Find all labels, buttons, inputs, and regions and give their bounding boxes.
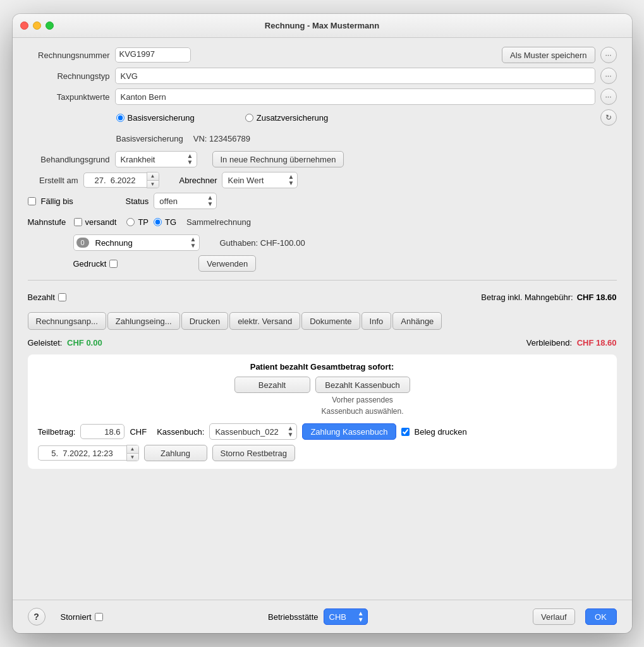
behandlungsgrund-row: Behandlungsgrund Krankheit ▲▼ In neue Re… bbox=[28, 151, 617, 167]
divider-1 bbox=[28, 280, 617, 281]
tp-label: TP bbox=[138, 217, 149, 227]
kassenbuch-label: Kassenbuch: bbox=[157, 427, 204, 437]
date-stepper-btns: ▲ ▼ bbox=[147, 172, 159, 188]
abrechner-select-wrap: Kein Wert ▲▼ bbox=[222, 172, 298, 188]
gedruckt-wrap[interactable]: Gedruckt bbox=[73, 259, 118, 269]
als-muster-speichern-button[interactable]: Als Muster speichern bbox=[502, 47, 595, 63]
tab-rechnungsanpassung[interactable]: Rechnungsanp... bbox=[28, 312, 106, 330]
abrechner-group: Abrechner Kein Wert ▲▼ bbox=[179, 172, 298, 188]
mahnstufe-label: Mahnstufe bbox=[28, 217, 69, 227]
rechnungstyp-select[interactable]: KVG bbox=[115, 68, 595, 84]
basisversicherung-label: Basisversicherung bbox=[128, 113, 195, 123]
erstellt-am-input[interactable] bbox=[83, 172, 147, 188]
tabs-row: Rechnungsanp... Zahlungseing... Drucken … bbox=[28, 312, 617, 330]
storniert-label: Storniert bbox=[61, 612, 92, 622]
close-button[interactable] bbox=[20, 21, 28, 30]
faellig-status-row: Fällig bis Status offen ▲▼ bbox=[28, 193, 617, 209]
tp-radio[interactable] bbox=[126, 218, 135, 226]
vorher-text-2: Kassenbuch auswählen. bbox=[321, 407, 403, 416]
kassenbuch-select[interactable]: Kassenbuch_022 bbox=[209, 423, 297, 440]
help-button[interactable]: ? bbox=[28, 608, 46, 626]
tg-radio-wrap[interactable]: TG bbox=[154, 217, 176, 227]
taxpunktwerte-select-wrap: Kanton Bern ▲▼ bbox=[115, 88, 595, 105]
zusatzversicherung-radio-wrap[interactable]: Zusatzversicherung bbox=[245, 113, 328, 123]
ok-button[interactable]: OK bbox=[585, 608, 617, 625]
status-select[interactable]: offen bbox=[154, 193, 217, 209]
taxpunktwerte-menu-icon[interactable]: ··· bbox=[600, 88, 617, 105]
taxpunktwerte-row: Taxpunktwerte Kanton Bern ▲▼ ··· bbox=[28, 88, 617, 105]
tab-dokumente[interactable]: Dokumente bbox=[301, 312, 360, 330]
rechnungsnummer-menu-icon[interactable]: ··· bbox=[600, 47, 617, 63]
zahlung-button[interactable]: Zahlung bbox=[144, 445, 207, 461]
bezahlt-checkbox[interactable] bbox=[58, 293, 66, 301]
rechnung-badge: 0 bbox=[76, 238, 89, 248]
in-neue-rechnung-button[interactable]: In neue Rechnung übernehmen bbox=[212, 151, 344, 167]
zahlung-kassenbuch-button[interactable]: Zahlung Kassenbuch bbox=[302, 423, 396, 440]
faellig-bis-checkbox[interactable] bbox=[28, 197, 36, 205]
versandt-checkbox[interactable] bbox=[74, 218, 82, 226]
abrechner-select[interactable]: Kein Wert bbox=[222, 172, 298, 188]
date-down-button[interactable]: ▼ bbox=[147, 181, 159, 188]
storniert-checkbox[interactable] bbox=[95, 613, 103, 621]
betriebsstaette-select[interactable]: CHB bbox=[324, 608, 368, 625]
teilbetrag-input[interactable] bbox=[80, 424, 125, 439]
datum-up-button[interactable]: ▲ bbox=[127, 445, 138, 454]
rechnung-label: Rechnung bbox=[93, 238, 185, 248]
minimize-button[interactable] bbox=[33, 21, 41, 30]
rechnungsnummer-label: Rechnungsnummer bbox=[28, 51, 110, 60]
geleistet-label: Geleistet: bbox=[28, 338, 63, 348]
tab-anhaenge[interactable]: Anhänge bbox=[392, 312, 442, 330]
window-title: Rechnung - Max Mustermann bbox=[265, 21, 379, 30]
rechnung-select-container: 0 Rechnung ▲▼ bbox=[73, 234, 200, 251]
storniert-wrap[interactable]: Storniert bbox=[61, 612, 103, 622]
beleg-drucken-checkbox[interactable] bbox=[401, 428, 410, 436]
basisversicherung-radio-wrap[interactable]: Basisversicherung bbox=[116, 113, 195, 123]
taxpunktwerte-select[interactable]: Kanton Bern bbox=[115, 88, 595, 105]
taxpunktwerte-label: Taxpunktwerte bbox=[28, 92, 110, 102]
behandlungsgrund-select[interactable]: Krankheit bbox=[115, 151, 197, 167]
chf-label: CHF bbox=[130, 427, 147, 437]
verbleibend-label: Verbleibend: bbox=[526, 338, 572, 348]
status-group: Status offen ▲▼ bbox=[126, 193, 217, 209]
bezahlt-kassenbuch-button[interactable]: Bezahlt Kassenbuch bbox=[315, 377, 410, 393]
gedruckt-label: Gedruckt bbox=[73, 259, 107, 269]
erstellt-abrechner-row: Erstellt am ▲ ▼ Abrechner Kein Wert ▲▼ bbox=[28, 172, 617, 188]
verlauf-button[interactable]: Verlauf bbox=[533, 608, 574, 625]
datum-input[interactable] bbox=[38, 445, 126, 461]
tab-drucken[interactable]: Drucken bbox=[181, 312, 228, 330]
rechnung-guthaben-row: 0 Rechnung ▲▼ Guthaben: CHF-100.00 bbox=[28, 234, 617, 251]
fullscreen-button[interactable] bbox=[46, 21, 54, 30]
gedruckt-checkbox[interactable] bbox=[109, 260, 118, 268]
bezahlt-btn-group: Bezahlt bbox=[234, 377, 310, 393]
verwenden-button[interactable]: Verwenden bbox=[198, 255, 256, 272]
zusatzversicherung-radio[interactable] bbox=[245, 114, 253, 122]
datum-down-button[interactable]: ▼ bbox=[127, 454, 138, 461]
tab-info[interactable]: Info bbox=[361, 312, 392, 330]
beleg-drucken-label: Beleg drucken bbox=[415, 427, 467, 437]
tg-radio[interactable] bbox=[154, 218, 162, 226]
geleistet-value: CHF 0.00 bbox=[67, 338, 102, 348]
basisversicherung-radio[interactable] bbox=[116, 114, 125, 122]
rechnung-arrow-icon: ▲▼ bbox=[190, 236, 197, 249]
tp-radio-wrap[interactable]: TP bbox=[126, 217, 149, 227]
vn-label: VN: 123456789 bbox=[193, 134, 250, 143]
tab-zahlungseingang[interactable]: Zahlungseing... bbox=[107, 312, 180, 330]
patient-bezahlt-label: Patient bezahlt Gesamtbetrag sofort: bbox=[250, 362, 394, 372]
tab-elektr-versand[interactable]: elektr. Versand bbox=[229, 312, 300, 330]
traffic-lights bbox=[20, 21, 54, 30]
basisversicherung-info-row: Basisversicherung VN: 123456789 bbox=[28, 130, 617, 147]
storno-restbetrag-button[interactable]: Storno Restbetrag bbox=[212, 445, 296, 461]
datum-stepper-btns: ▲ ▼ bbox=[126, 445, 139, 461]
rechnungstyp-menu-icon[interactable]: ··· bbox=[600, 68, 617, 84]
zusatzversicherung-label: Zusatzversicherung bbox=[257, 113, 328, 123]
betriebsstaette-label: Betriebsstätte bbox=[268, 612, 319, 622]
rechnungstyp-select-wrap: KVG ▲▼ bbox=[115, 68, 595, 84]
versicherung-refresh-icon[interactable]: ↻ bbox=[600, 109, 617, 126]
bezahlt-wrap[interactable]: Bezahlt bbox=[28, 293, 66, 302]
versandt-wrap[interactable]: versandt bbox=[74, 217, 117, 227]
teilbetrag-label: Teilbetrag: bbox=[38, 427, 76, 437]
payment-section: Patient bezahlt Gesamtbetrag sofort: Bez… bbox=[28, 354, 617, 469]
date-up-button[interactable]: ▲ bbox=[147, 172, 159, 181]
versandt-label: versandt bbox=[85, 217, 117, 227]
bezahlt-button[interactable]: Bezahlt bbox=[234, 377, 310, 393]
